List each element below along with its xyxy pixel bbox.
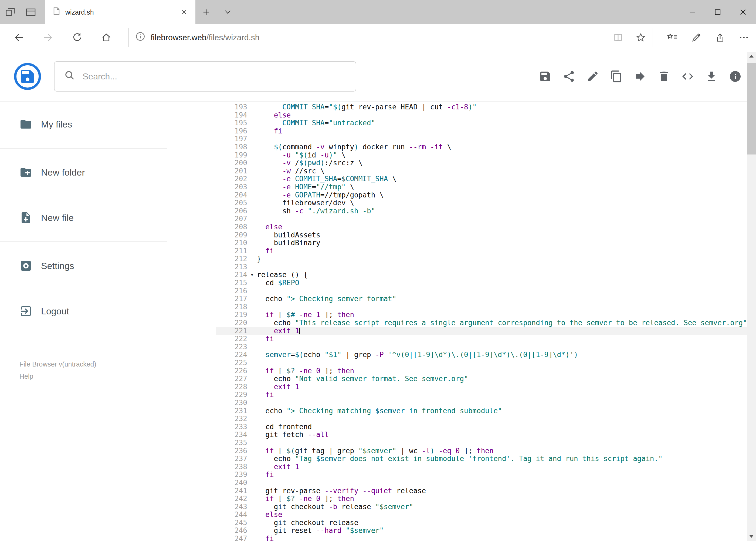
code-line[interactable]: 210 buildBinary [216,239,747,247]
home-icon[interactable] [92,24,121,51]
code-line[interactable]: 209 buildAssets [216,231,747,239]
delete-button[interactable] [657,70,670,83]
close-button[interactable] [730,0,756,24]
scroll-up-icon[interactable] [747,52,756,61]
sidebar-item-new-file[interactable]: New file [0,195,167,241]
code-line[interactable]: 201 -w //src \ [216,167,747,175]
tabs-aside-icon[interactable] [0,0,21,24]
sidebar-item-my-files[interactable]: My files [0,102,167,147]
code-line[interactable]: 206 sh -c "./wizard.sh -b" [216,207,747,215]
share-page-icon[interactable] [708,24,732,51]
scrollbar-thumb[interactable] [747,63,756,155]
sidebar-item-logout[interactable]: Logout [0,288,167,334]
sidebar-item-settings[interactable]: Settings [0,243,167,288]
code-line[interactable]: 233 cd frontend [216,423,747,431]
code-line[interactable]: 197 [216,135,747,143]
save-button[interactable] [539,70,552,83]
code-line[interactable]: 198 $(command -v winpty) docker run --rm… [216,143,747,151]
fold-marker-icon[interactable]: ▾ [247,271,257,279]
reading-view-icon[interactable] [610,29,627,46]
web-note-icon[interactable] [684,24,708,51]
rename-button[interactable] [586,70,599,83]
code-line[interactable]: 246 git reset --hard "$semver" [216,527,747,535]
code-line[interactable]: 226 if [ $? -ne 0 ]; then [216,367,747,375]
code-line[interactable]: 230 [216,399,747,407]
code-line[interactable]: 229 fi [216,391,747,399]
info-button[interactable] [729,70,742,83]
code-line[interactable]: 222 fi [216,335,747,343]
help-link[interactable]: Help [19,370,96,382]
code-line[interactable]: 240 [216,479,747,487]
page-scrollbar[interactable] [747,52,756,541]
tab-preview-icon[interactable] [21,0,41,24]
code-line[interactable]: 227 echo "Not valid semver format. See s… [216,375,747,383]
code-line[interactable]: 234 git fetch --all [216,431,747,439]
refresh-icon[interactable] [63,24,92,51]
code-line[interactable]: 237 echo "Tag $semver does not exist in … [216,455,747,463]
forward-icon[interactable] [34,24,63,51]
code-button[interactable] [681,70,694,83]
move-button[interactable] [634,70,647,83]
code-line[interactable]: 220 echo "This release script requires a… [216,319,747,327]
code-line[interactable]: 193 COMMIT_SHA="$(git rev-parse HEAD | c… [216,103,747,111]
code-line[interactable]: 195 COMMIT_SHA="untracked" [216,119,747,127]
code-line[interactable]: 199 -u "$(id -u)" \ [216,151,747,159]
code-line[interactable]: 223 [216,343,747,351]
code-line[interactable]: 213 [216,263,747,271]
search-input[interactable] [83,72,346,82]
code-line[interactable]: 244 else [216,511,747,519]
sidebar-item-new-folder[interactable]: New folder [0,150,167,195]
code-line[interactable]: 236 if [ $(git tag | grep "$semver" | wc… [216,447,747,455]
code-line[interactable]: 194 else [216,111,747,119]
code-line[interactable]: 243 git checkout -b release "$semver" [216,503,747,511]
favorite-star-icon[interactable] [632,29,649,46]
code-line[interactable]: 239 fi [216,471,747,479]
address-bar[interactable]: filebrowser.web/files/wizard.sh [128,28,653,47]
code-line[interactable]: 203 -e HOME="//tmp" \ [216,183,747,191]
more-options-icon[interactable] [732,24,756,51]
code-line[interactable]: 247 fi [216,535,747,541]
copy-button[interactable] [610,70,623,83]
code-line[interactable]: 218 [216,303,747,311]
code-line[interactable]: 221 exit 1 [216,327,747,335]
code-line[interactable]: 225 [216,359,747,367]
code-line[interactable]: 211 fi [216,247,747,255]
code-line[interactable]: 232 [216,415,747,423]
scroll-down-icon[interactable] [747,532,756,541]
maximize-button[interactable] [705,0,730,24]
code-line[interactable]: 208 else [216,223,747,231]
search-box[interactable] [54,61,356,92]
code-line[interactable]: 224 semver=$(echo "$1" | grep -P '^v(0|[… [216,351,747,359]
code-line[interactable]: 215 cd $REPO [216,279,747,287]
hub-icon[interactable] [661,24,684,51]
code-line[interactable]: 196 fi [216,127,747,135]
code-line[interactable]: 235 [216,439,747,447]
code-line[interactable]: 217 echo "> Checking semver format" [216,295,747,303]
code-line[interactable]: 241 git rev-parse --verify --quiet relea… [216,487,747,495]
code-line[interactable]: 228 exit 1 [216,383,747,391]
code-line[interactable]: 204 -e GOPATH=//tmp/gopath \ [216,191,747,199]
page-info-icon[interactable] [135,32,145,44]
back-icon[interactable] [4,24,34,51]
code-line[interactable]: 212} [216,255,747,263]
code-line[interactable]: 245 git checkout release [216,519,747,527]
code-line[interactable]: 231 echo "> Checking matching $semver in… [216,407,747,415]
download-button[interactable] [705,70,718,83]
code-line[interactable]: 207 [216,215,747,223]
code-line[interactable]: 238 exit 1 [216,463,747,471]
filebrowser-logo[interactable] [14,62,42,91]
code-line[interactable]: 202 -e COMMIT_SHA=$COMMIT_SHA \ [216,175,747,183]
code-editor[interactable]: 193 COMMIT_SHA="$(git rev-parse HEAD | c… [216,102,747,541]
share-button[interactable] [563,70,576,83]
code-line[interactable]: 219 if [ $# -ne 1 ]; then [216,311,747,319]
code-line[interactable]: 214▾release () { [216,271,747,279]
browser-tab[interactable]: wizard.sh [45,0,195,24]
minimize-button[interactable] [680,0,705,24]
tab-close-icon[interactable] [177,5,191,19]
code-line[interactable]: 242 if [ $? -ne 0 ]; then [216,495,747,503]
code-line[interactable]: 205 filebrowser/dev \ [216,199,747,207]
new-tab-icon[interactable] [195,0,217,24]
code-line[interactable]: 200 -v /$(pwd):/src:z \ [216,159,747,167]
code-line[interactable]: 216 [216,287,747,295]
tab-list-chevron-icon[interactable] [217,0,239,24]
